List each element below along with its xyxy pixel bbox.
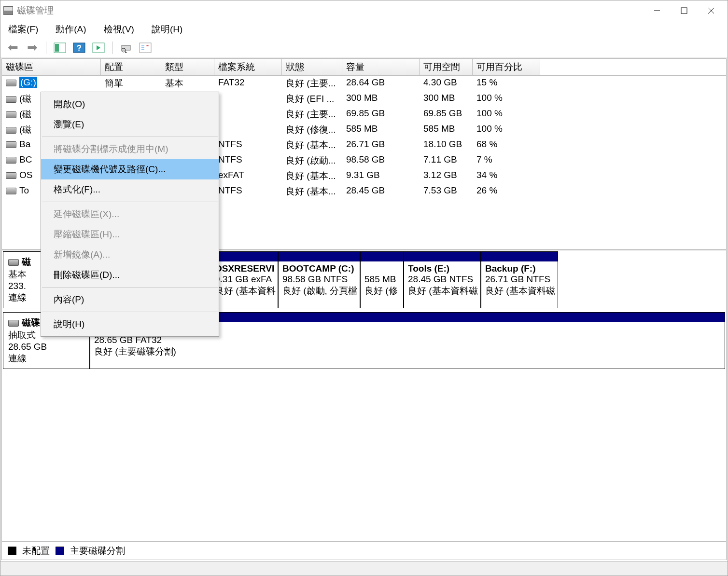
legend-unallocated-label: 未配置 (22, 545, 50, 557)
context-menu-item: 將磁碟分割標示成使用中(M) (41, 139, 219, 159)
menu-view[interactable]: 檢視(V) (101, 21, 137, 38)
legend-primary-label: 主要磁碟分割 (70, 545, 125, 557)
col-fs[interactable]: 檔案系統 (214, 59, 282, 75)
maximize-button[interactable] (671, 1, 698, 20)
separator (112, 41, 112, 54)
svg-rect-5 (55, 44, 59, 52)
minimize-button[interactable] (644, 1, 671, 20)
svg-line-12 (125, 52, 127, 53)
context-menu: 開啟(O)瀏覽(E)將磁碟分割標示成使用中(M)變更磁碟機代號及路徑(C)...… (41, 92, 219, 337)
legend: 未配置 主要磁碟分割 (2, 541, 726, 560)
context-menu-separator (42, 287, 218, 288)
svg-point-14 (147, 45, 148, 46)
menu-file[interactable]: 檔案(F) (5, 21, 41, 38)
partition[interactable]: Tools (E:)28.45 GB NTFS良好 (基本資料磁 (404, 251, 481, 308)
context-menu-item[interactable]: 說明(H) (41, 314, 219, 334)
partition[interactable]: OSXRESERVI9.31 GB exFA良好 (基本資料 (210, 251, 278, 308)
status-bar (0, 561, 728, 576)
context-menu-item[interactable]: 刪除磁碟區(D)... (41, 265, 219, 285)
context-menu-item[interactable]: 格式化(F)... (41, 179, 219, 200)
separator (46, 41, 46, 54)
svg-rect-13 (140, 43, 151, 53)
help-button[interactable]: ? (71, 40, 87, 55)
menubar: 檔案(F) 動作(A) 檢視(V) 說明(H) (0, 21, 728, 38)
svg-text:?: ? (77, 44, 82, 52)
context-menu-item[interactable]: 開啟(O) (41, 94, 219, 114)
col-type[interactable]: 類型 (161, 59, 214, 75)
window-title: 磁碟管理 (17, 4, 644, 17)
show-hide-tree-button[interactable] (52, 40, 68, 55)
app-icon (3, 6, 13, 15)
col-capacity[interactable]: 容量 (342, 59, 420, 75)
svg-rect-10 (122, 45, 130, 50)
partition[interactable]: BOOTCAMP (C:)98.58 GB NTFS良好 (啟動, 分頁檔 (278, 251, 360, 308)
context-menu-separator (42, 312, 218, 312)
context-menu-item: 新增鏡像(A)... (41, 245, 219, 265)
legend-primary-swatch (56, 547, 64, 555)
menu-help[interactable]: 說明(H) (149, 21, 185, 38)
col-pct[interactable]: 可用百分比 (473, 59, 540, 75)
toolbar: ⬅ ➡ ? (0, 38, 728, 57)
forward-button[interactable]: ➡ (25, 40, 40, 55)
rescan-button[interactable] (118, 40, 134, 55)
window-controls (644, 1, 725, 20)
volume-row[interactable]: (G:)簡單基本FAT32良好 (主要...28.64 GB4.30 GB15 … (2, 76, 726, 91)
disk-icon (8, 259, 19, 266)
partition[interactable]: 585 MB良好 (修 (360, 251, 404, 308)
volume-list-header: 磁碟區 配置 類型 檔案系統 狀態 容量 可用空間 可用百分比 (2, 59, 726, 76)
action-list-button[interactable] (91, 40, 106, 55)
menu-action[interactable]: 動作(A) (53, 21, 89, 38)
titlebar[interactable]: 磁碟管理 (0, 0, 728, 21)
col-layout[interactable]: 配置 (101, 59, 161, 75)
context-menu-separator (42, 137, 218, 137)
context-menu-item: 延伸磁碟區(X)... (41, 204, 219, 224)
context-menu-item: 壓縮磁碟區(H)... (41, 224, 219, 245)
col-volume[interactable]: 磁碟區 (2, 59, 101, 75)
context-menu-item[interactable]: 變更磁碟機代號及路徑(C)... (41, 159, 219, 179)
partition[interactable]: Backup (F:)26.71 GB NTFS良好 (基本資料磁 (481, 251, 558, 308)
settings-button[interactable] (138, 40, 153, 55)
context-menu-item[interactable]: 內容(P) (41, 289, 219, 310)
context-menu-separator (42, 202, 218, 202)
disk-icon (8, 320, 19, 327)
col-free[interactable]: 可用空間 (420, 59, 473, 75)
context-menu-item[interactable]: 瀏覽(E) (41, 114, 219, 135)
legend-unallocated-swatch (8, 547, 16, 555)
col-status[interactable]: 狀態 (282, 59, 342, 75)
svg-rect-1 (681, 8, 687, 14)
back-button[interactable]: ⬅ (5, 40, 21, 55)
close-button[interactable] (698, 1, 725, 20)
